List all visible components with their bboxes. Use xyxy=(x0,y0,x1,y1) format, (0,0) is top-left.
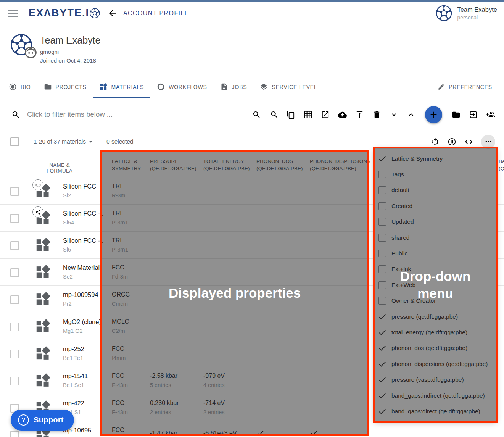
material-formula: Be1 Se1 xyxy=(63,382,84,388)
search-button-icon[interactable] xyxy=(252,110,261,119)
tab-preferences[interactable]: PREFERENCES xyxy=(431,76,499,98)
user-account-type: personal xyxy=(457,15,497,21)
layers-icon xyxy=(260,83,268,91)
row-checkbox[interactable] xyxy=(10,377,19,385)
refresh-icon[interactable] xyxy=(431,137,440,146)
import-icon[interactable] xyxy=(469,110,478,119)
material-name[interactable]: mp-1541 xyxy=(63,372,88,380)
row-checkbox[interactable] xyxy=(10,214,19,223)
radio-icon xyxy=(9,83,17,91)
material-name[interactable]: mp-422 xyxy=(63,400,84,407)
material-formula: Si6 xyxy=(63,247,71,253)
column-header-name-formula[interactable]: NAME & FORMULA xyxy=(36,162,83,174)
code-icon[interactable] xyxy=(464,137,473,146)
pagination-range[interactable]: 1-20 of 37 materials xyxy=(34,137,95,146)
material-name[interactable]: Silicon FCC -.. xyxy=(63,210,103,217)
annotation-box-displayed-properties: Displayed properties xyxy=(100,150,369,436)
more-horiz-icon xyxy=(484,137,493,146)
tab-service-level[interactable]: SERVICE LEVEL xyxy=(253,76,324,98)
pause-icon[interactable] xyxy=(448,137,456,146)
profile-name: Team Exabyte xyxy=(40,35,100,46)
row-checkbox[interactable] xyxy=(10,241,19,250)
caret-down-icon xyxy=(86,137,95,146)
material-name[interactable]: Silicon FCC xyxy=(63,183,96,190)
filter-input[interactable] xyxy=(26,110,158,119)
user-name: Team Exabyte xyxy=(457,6,497,13)
logo-text: EXΛBYTE.I xyxy=(29,7,89,19)
pencil-icon xyxy=(438,83,445,90)
logo-ball-icon xyxy=(90,8,100,18)
page-title: ACCOUNT PROFILE xyxy=(123,10,189,17)
material-icon xyxy=(35,292,51,307)
account-profile-page: EXΛBYTE.I ACCOUNT PROFILE Team Exabyte p… xyxy=(0,0,504,437)
search-icon xyxy=(11,110,20,119)
doc-icon xyxy=(220,83,228,91)
plus-icon xyxy=(428,110,439,120)
copy-icon[interactable] xyxy=(287,110,295,119)
row-checkbox[interactable] xyxy=(10,187,19,196)
chevron-down-icon[interactable] xyxy=(390,110,398,119)
material-icon xyxy=(35,373,51,389)
row-checkbox[interactable] xyxy=(10,268,19,277)
tab-bio[interactable]: BIO xyxy=(2,76,37,98)
user-avatar xyxy=(436,5,452,21)
materials-icon xyxy=(100,83,108,91)
help-icon: ? xyxy=(18,414,29,426)
material-formula: Si54 xyxy=(63,219,74,226)
material-icon xyxy=(35,319,51,334)
link-badge-icon xyxy=(32,179,43,190)
material-formula: Se2 xyxy=(63,274,73,280)
profile-joined-date: Joined on Oct 4, 2018 xyxy=(40,57,96,64)
material-name[interactable]: mp-252 xyxy=(63,345,84,353)
profile-header: Team Exabyte gmogni Joined on Oct 4, 201… xyxy=(0,24,504,76)
share-badge-icon xyxy=(32,206,43,218)
material-icon xyxy=(35,264,51,280)
column-header-band-gaps-indirect[interactable]: BAND_GAPS:INDIRECT(QE:DFT:GGA:PBE) xyxy=(499,158,504,172)
row-checkbox[interactable] xyxy=(10,350,19,358)
tab-materials[interactable]: MATERIALS xyxy=(93,76,151,98)
face-badge-icon xyxy=(25,47,37,58)
folder-icon[interactable] xyxy=(452,110,461,119)
profile-username: gmogni xyxy=(40,48,59,55)
grid-view-icon[interactable] xyxy=(304,110,312,119)
select-all-checkbox[interactable] xyxy=(10,137,19,146)
support-button[interactable]: ? Support xyxy=(11,410,74,431)
tab-workflows[interactable]: WORKFLOWS xyxy=(150,76,214,98)
material-icon xyxy=(35,237,51,253)
selected-count: 0 selected xyxy=(106,138,134,145)
filter-toolbar xyxy=(0,98,504,132)
annotation-label-dropdown-menu: Drop-down menu xyxy=(391,268,480,302)
exabyte-logo[interactable]: EXΛBYTE.I xyxy=(29,7,100,19)
material-name[interactable]: MgO2 (clone) xyxy=(63,318,101,326)
saved-search-icon[interactable] xyxy=(269,110,278,119)
material-formula: Si2 xyxy=(63,192,71,198)
row-checkbox[interactable] xyxy=(10,295,19,304)
folder-icon xyxy=(44,83,52,91)
material-formula: Mg1 O2 xyxy=(63,328,83,334)
material-name[interactable]: New Material xyxy=(63,264,100,271)
user-menu[interactable]: Team Exabyte personal xyxy=(436,5,497,21)
toolbar-actions xyxy=(252,106,495,123)
material-formula: Pr2 xyxy=(63,301,72,307)
open-in-new-icon[interactable] xyxy=(321,110,330,119)
material-name[interactable]: Silicon FCC -.. xyxy=(63,237,103,244)
tab-projects[interactable]: PROJECTS xyxy=(37,76,93,98)
chevron-up-icon[interactable] xyxy=(407,110,415,119)
app-bar: EXΛBYTE.I ACCOUNT PROFILE Team Exabyte p… xyxy=(0,2,504,24)
upload-icon[interactable] xyxy=(355,110,364,119)
row-checkbox[interactable] xyxy=(10,431,19,437)
material-name[interactable]: mp-1009594 xyxy=(63,291,98,298)
tab-jobs[interactable]: JOBS xyxy=(214,76,254,98)
cloud-upload-icon[interactable] xyxy=(338,110,347,119)
annotation-label-displayed-properties: Displayed properties xyxy=(169,284,301,302)
hamburger-menu-icon[interactable] xyxy=(8,10,18,17)
back-arrow-icon[interactable] xyxy=(108,8,118,18)
material-icon xyxy=(35,346,51,361)
annotation-box-dropdown-menu: Drop-down menu xyxy=(373,147,498,423)
delete-icon[interactable] xyxy=(372,110,381,119)
add-material-button[interactable] xyxy=(425,106,442,123)
row-checkbox[interactable] xyxy=(10,323,19,331)
album-icon xyxy=(157,83,165,91)
group-add-icon[interactable] xyxy=(486,110,495,119)
material-formula: Be1 Te1 xyxy=(63,355,83,361)
